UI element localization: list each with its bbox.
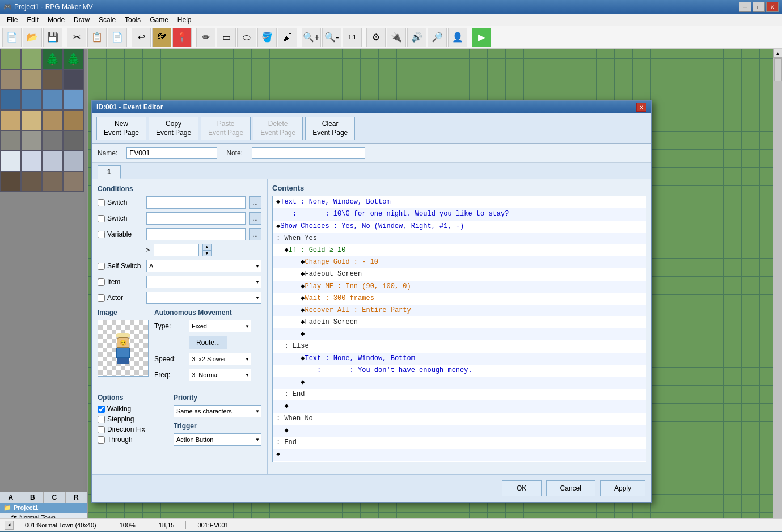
toolbar-char-btn[interactable]: 👤	[448, 28, 467, 47]
apply-button[interactable]: Apply	[600, 480, 645, 496]
maximize-button[interactable]: □	[753, 2, 765, 12]
toolbar-plugin-btn[interactable]: 🔌	[387, 28, 406, 47]
toolbar-fill-btn[interactable]: 🪣	[257, 28, 277, 47]
actor-select[interactable]	[146, 292, 261, 304]
note-input[interactable]	[252, 147, 365, 159]
list-item[interactable]: ◆Change Gold : - 10	[273, 256, 646, 268]
toolbar-settings-btn[interactable]: ⚙	[366, 28, 386, 47]
walking-checkbox[interactable]	[98, 406, 105, 413]
toolbar-rect-btn[interactable]: ▭	[217, 28, 236, 47]
toolbar-cut-btn[interactable]: ✂	[67, 28, 86, 47]
item-checkbox[interactable]	[98, 278, 105, 286]
list-item[interactable]: : When Yes	[273, 233, 646, 244]
priority-select[interactable]: Below characters Same as characters Abov…	[174, 405, 261, 417]
variable-checkbox-label[interactable]: Variable	[98, 230, 143, 238]
toolbar-ellipse-btn[interactable]: ⬭	[237, 28, 256, 47]
menu-draw[interactable]: Draw	[69, 15, 94, 25]
list-item[interactable]	[273, 461, 646, 462]
menu-help[interactable]: Help	[173, 15, 196, 25]
list-item[interactable]: ◆	[273, 400, 646, 412]
toolbar-map-btn[interactable]: 🗺	[152, 28, 171, 47]
switch1-input[interactable]	[146, 196, 246, 209]
self-switch-checkbox-label[interactable]: Self Switch	[98, 262, 143, 270]
list-item[interactable]: : : 10\G for one night. Would you like t…	[273, 208, 646, 220]
switch2-input[interactable]	[146, 212, 246, 225]
ge-spin-up[interactable]: ▲	[202, 244, 212, 250]
tab-r[interactable]: R	[66, 492, 88, 503]
toolbar-copy-btn[interactable]: 📋	[87, 28, 107, 47]
menu-edit[interactable]: Edit	[22, 15, 43, 25]
list-item[interactable]: : : You don't have enough money.	[273, 365, 646, 377]
tab-page-1[interactable]: 1	[98, 165, 121, 179]
type-select[interactable]: Fixed Random Approach Custom	[189, 320, 251, 332]
item-select[interactable]	[146, 276, 261, 288]
scroll-track[interactable]	[773, 58, 782, 522]
direction-fix-checkbox[interactable]	[98, 426, 105, 433]
list-item[interactable]: ◆	[273, 377, 646, 389]
tab-b[interactable]: B	[22, 492, 44, 503]
list-item[interactable]: ◆If : Gold ≥ 10	[273, 244, 646, 256]
toolbar-zoom-reset-btn[interactable]: 1:1	[343, 28, 362, 47]
variable-input[interactable]	[146, 228, 246, 240]
toolbar-open-btn[interactable]: 📂	[23, 28, 42, 47]
menu-mode[interactable]: Mode	[43, 15, 69, 25]
image-box[interactable]: 😊	[98, 320, 149, 377]
menu-file[interactable]: File	[2, 15, 22, 25]
variable-browse-btn[interactable]: …	[249, 228, 261, 240]
toolbar-save-btn[interactable]: 💾	[43, 28, 62, 47]
tab-a[interactable]: A	[0, 492, 22, 503]
list-item[interactable]: ◆Wait : 300 frames	[273, 293, 646, 305]
list-item[interactable]: ◆	[273, 425, 646, 437]
toolbar-new-btn[interactable]: 📄	[2, 28, 22, 47]
switch1-checkbox[interactable]	[98, 199, 105, 206]
list-item[interactable]: ◆Play ME : Inn (90, 100, 0)	[273, 281, 646, 293]
self-switch-select[interactable]: ABCD	[146, 260, 261, 272]
toolbar-audio-btn[interactable]: 🔊	[407, 28, 426, 47]
scroll-thumb[interactable]	[774, 58, 782, 81]
trigger-select[interactable]: Action Button Player Touch Event Touch A…	[174, 433, 261, 446]
menu-tools[interactable]: Tools	[120, 15, 145, 25]
minimize-button[interactable]: ─	[739, 2, 751, 12]
tab-c[interactable]: C	[44, 492, 66, 503]
tileset-area[interactable]: 🌲 🌲	[0, 49, 87, 492]
switch2-checkbox[interactable]	[98, 215, 105, 222]
actor-checkbox[interactable]	[98, 294, 105, 302]
list-item[interactable]: : End	[273, 389, 646, 400]
list-item[interactable]: : End	[273, 437, 646, 449]
right-scrollbar[interactable]: ▲ ▼	[773, 49, 782, 531]
menu-game[interactable]: Game	[145, 15, 173, 25]
self-switch-checkbox[interactable]	[98, 263, 105, 270]
scroll-up-btn[interactable]: ▲	[773, 49, 783, 58]
switch2-browse-btn[interactable]: …	[249, 212, 261, 225]
clear-event-page-button[interactable]: ClearEvent Page	[305, 117, 355, 140]
toolbar-pencil-btn[interactable]: ✏	[196, 28, 215, 47]
through-checkbox[interactable]	[98, 436, 105, 444]
list-item[interactable]: ◆Fadeout Screen	[273, 268, 646, 280]
toolbar-undo-btn[interactable]: ↩	[132, 28, 151, 47]
ge-spin-down[interactable]: ▼	[202, 250, 212, 256]
copy-event-page-button[interactable]: CopyEvent Page	[149, 117, 198, 140]
speed-select[interactable]: 1: x8 Slower 2: x4 Slower 3: x2 Slower 4…	[189, 353, 251, 365]
toolbar-zoom-out-btn[interactable]: 🔍-	[322, 28, 341, 47]
list-item[interactable]: ◆Show Choices : Yes, No (Window, Right, …	[273, 221, 646, 233]
paste-event-page-button[interactable]: PasteEvent Page	[201, 117, 251, 140]
new-event-page-button[interactable]: NewEvent Page	[96, 117, 146, 140]
variable-checkbox[interactable]	[98, 231, 105, 238]
ok-button[interactable]: OK	[502, 480, 542, 496]
switch2-checkbox-label[interactable]: Switch	[98, 214, 143, 222]
menu-scale[interactable]: Scale	[94, 15, 120, 25]
toolbar-event-btn[interactable]: 📍	[172, 28, 192, 47]
toolbar-shadow-btn[interactable]: 🖌	[278, 28, 297, 47]
switch1-browse-btn[interactable]: …	[249, 196, 261, 209]
toolbar-paste-btn[interactable]: 📄	[108, 28, 127, 47]
list-item[interactable]: : Else	[273, 340, 646, 352]
dialog-close-button[interactable]: ✕	[636, 103, 646, 112]
name-input[interactable]	[126, 147, 217, 159]
list-item[interactable]: ◆Recover All : Entire Party	[273, 305, 646, 316]
toolbar-play-btn[interactable]: ▶	[472, 28, 491, 47]
delete-event-page-button[interactable]: DeleteEvent Page	[253, 117, 303, 140]
freq-select[interactable]: 1: Lowest 2: Lower 3: Normal 4: Higher 5…	[189, 369, 251, 381]
route-button[interactable]: Route...	[189, 336, 227, 349]
actor-checkbox-label[interactable]: Actor	[98, 294, 143, 302]
list-item[interactable]: : When No	[273, 413, 646, 425]
